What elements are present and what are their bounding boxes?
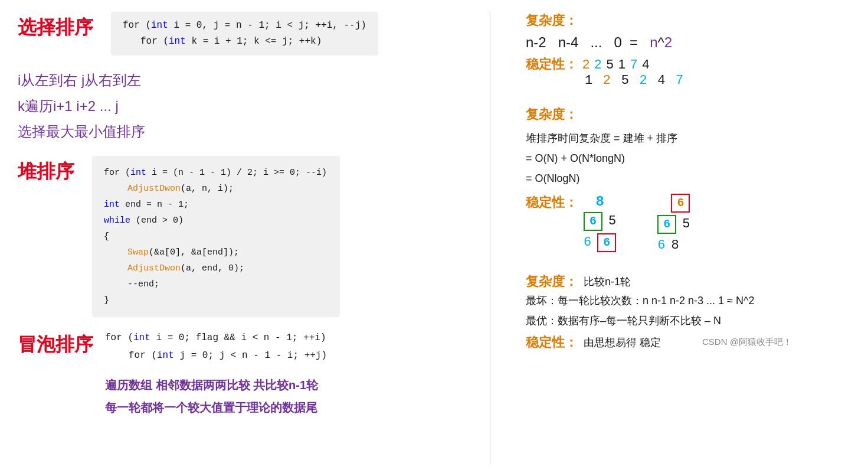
dui-stability-row: 稳定性： 8 6 5 bbox=[526, 194, 850, 255]
xuanze-stability-line: 稳定性： 2 2 5 1 7 4 bbox=[526, 56, 850, 73]
s5: 7 bbox=[630, 57, 637, 72]
dui-line1: 堆排序时间复杂度 = 建堆 + 排序 bbox=[526, 132, 677, 144]
maopao-worst: 最坏：每一轮比较次数：n n-1 n-2 n-3 ... 1 ≈ N^2 bbox=[526, 295, 754, 307]
xuanze-section: 选择排序 for (int i = 0, j = n - 1; i < j; +… bbox=[18, 12, 478, 56]
dui-complexity: 复杂度： 堆排序时间复杂度 = 建堆 + 排序 = O(N) + O(N*lon… bbox=[526, 106, 850, 255]
maopao-description: 遍历数组 相邻数据两两比较 共比较n-1轮 每一轮都将一个较大值置于理论的数据尾 bbox=[105, 374, 327, 419]
xuanze-desc-line2: k遍历i+1 i+2 ... j bbox=[18, 93, 478, 119]
xuanze-desc-line1: i从左到右 j从右到左 bbox=[18, 67, 478, 93]
dui-code-line5: { bbox=[104, 229, 328, 244]
dui-title: 堆排序 bbox=[18, 156, 74, 185]
dui-diag-right-r3: 6 8 bbox=[657, 236, 690, 255]
dui-complexity-text2: = O(N) + O(N*longN) bbox=[526, 148, 850, 168]
xuanze-code-line1: for (int i = 0, j = n - 1; i < j; ++i, -… bbox=[123, 18, 366, 34]
s6: 4 bbox=[642, 57, 649, 72]
dui-diag-left-r1: 8 bbox=[584, 194, 616, 210]
xuanze-description: i从左到右 j从右到左 k遍历i+1 i+2 ... j 选择最大最小值排序 bbox=[18, 67, 478, 144]
dui-boxed-red-top: 6 bbox=[671, 194, 690, 213]
maopao-code-line1: for (int i = 0; flag && i < n - 1; ++i) bbox=[105, 329, 327, 347]
s3: 5 bbox=[607, 57, 614, 72]
maopao-line1: 最坏：每一轮比较次数：n n-1 n-2 n-3 ... 1 ≈ N^2 bbox=[526, 291, 850, 311]
dui-boxed-green-right: 6 bbox=[657, 215, 676, 234]
xuanze-code-line2: for (int k = i + 1; k <= j; ++k) bbox=[123, 34, 366, 50]
dui-code-line9: } bbox=[104, 292, 328, 308]
dui-complexity-title: 复杂度： bbox=[526, 106, 850, 123]
maopao-complexity-header: 复杂度： 比较n-1轮 bbox=[526, 273, 850, 291]
dui-diagram-left: 8 6 5 6 6 bbox=[584, 194, 616, 252]
s4: 1 bbox=[618, 57, 625, 72]
dui-line3: = O(NlogN) bbox=[526, 172, 580, 184]
dui-complexity-text3: = O(NlogN) bbox=[526, 168, 850, 188]
dui-diag-right-r2: 6 5 bbox=[657, 215, 690, 234]
maopao-code: for (int i = 0; flag && i < n - 1; ++i) … bbox=[105, 329, 327, 365]
dui-stability-label: 稳定性： bbox=[526, 194, 578, 211]
dui-code-line4: while (end > 0) bbox=[104, 213, 328, 229]
maopao-title: 冒泡排序 bbox=[18, 329, 93, 358]
maopao-content: for (int i = 0; flag && i < n - 1; ++i) … bbox=[105, 329, 327, 419]
xuanze-stability-label: 稳定性： bbox=[526, 56, 578, 73]
dui-diag-right-r1: 6 bbox=[657, 194, 690, 213]
dui-boxed-green-6: 6 bbox=[584, 212, 602, 231]
maopao-complexity: 复杂度： 比较n-1轮 最坏：每一轮比较次数：n n-1 n-2 n-3 ...… bbox=[526, 273, 850, 351]
dui-code: for (int i = (n - 1 - 1) / 2; i >= 0; --… bbox=[92, 156, 340, 317]
maopao-stability-row: 稳定性： 由思想易得 稳定 CSDN @阿猿收手吧！ bbox=[526, 334, 850, 351]
xuanze-complexity-title: 复杂度： bbox=[526, 12, 850, 30]
dui-code-line8: --end; bbox=[104, 276, 328, 292]
xuanze-formula: n-2 n-4 ... 0 = n^2 bbox=[526, 34, 850, 51]
s2: 2 bbox=[594, 57, 601, 72]
xuanze-code: for (int i = 0, j = n - 1; i < j; ++i, -… bbox=[111, 12, 378, 56]
vertical-divider bbox=[490, 12, 490, 464]
maopao-complexity-extra: 比较n-1轮 bbox=[584, 275, 631, 289]
maopao-best: 最优：数据有序–每一轮只判断不比较 – N bbox=[526, 315, 721, 327]
dui-diag-left-r2: 6 5 bbox=[584, 212, 616, 231]
dui-complexity-text1: 堆排序时间复杂度 = 建堆 + 排序 bbox=[526, 128, 850, 148]
maopao-section: 冒泡排序 for (int i = 0; flag && i < n - 1; … bbox=[18, 329, 478, 419]
dui-diag-left-r3: 6 6 bbox=[584, 233, 616, 252]
s1: 2 bbox=[582, 57, 589, 72]
maopao-line2: 最优：数据有序–每一轮只判断不比较 – N bbox=[526, 311, 850, 331]
maopao-code-line2: for (int j = 0; j < n - 1 - i; ++j) bbox=[105, 347, 327, 364]
maopao-stability-value: 由思想易得 稳定 bbox=[584, 335, 661, 350]
maopao-desc-line1: 遍历数组 相邻数据两两比较 共比较n-1轮 bbox=[105, 374, 327, 396]
maopao-stability-label: 稳定性： bbox=[526, 334, 578, 351]
dui-code-line7: AdjustDwon(a, end, 0); bbox=[104, 260, 328, 276]
dui-diagram-right: 6 6 5 6 8 bbox=[657, 194, 690, 255]
dui-code-line3: int end = n - 1; bbox=[104, 197, 328, 213]
dui-boxed-red-6: 6 bbox=[597, 233, 616, 252]
dui-code-line2: AdjustDwon(a, n, i); bbox=[104, 181, 328, 197]
dui-section: 堆排序 for (int i = (n - 1 - 1) / 2; i >= 0… bbox=[18, 156, 478, 317]
xuanze-complexity: 复杂度： n-2 n-4 ... 0 = n^2 稳定性： 2 2 5 1 7 … bbox=[526, 12, 850, 88]
right-panel: 复杂度： n-2 n-4 ... 0 = n^2 稳定性： 2 2 5 1 7 … bbox=[502, 12, 850, 464]
csdn-credit: CSDN @阿猿收手吧！ bbox=[702, 337, 792, 348]
xuanze-stability-row2: 1 2 5 2 4 7 bbox=[526, 73, 850, 88]
xuanze-desc-line3: 选择最大最小值排序 bbox=[18, 119, 478, 144]
xuanze-title: 选择排序 bbox=[18, 12, 93, 41]
maopao-complexity-title: 复杂度： bbox=[526, 273, 578, 291]
dui-line2: = O(N) + O(N*longN) bbox=[526, 152, 625, 164]
dui-code-line1: for (int i = (n - 1 - 1) / 2; i >= 0; --… bbox=[104, 165, 328, 181]
maopao-desc-line2: 每一轮都将一个较大值置于理论的数据尾 bbox=[105, 396, 327, 419]
dui-code-line6: Swap(&a[0], &a[end]); bbox=[104, 244, 328, 260]
